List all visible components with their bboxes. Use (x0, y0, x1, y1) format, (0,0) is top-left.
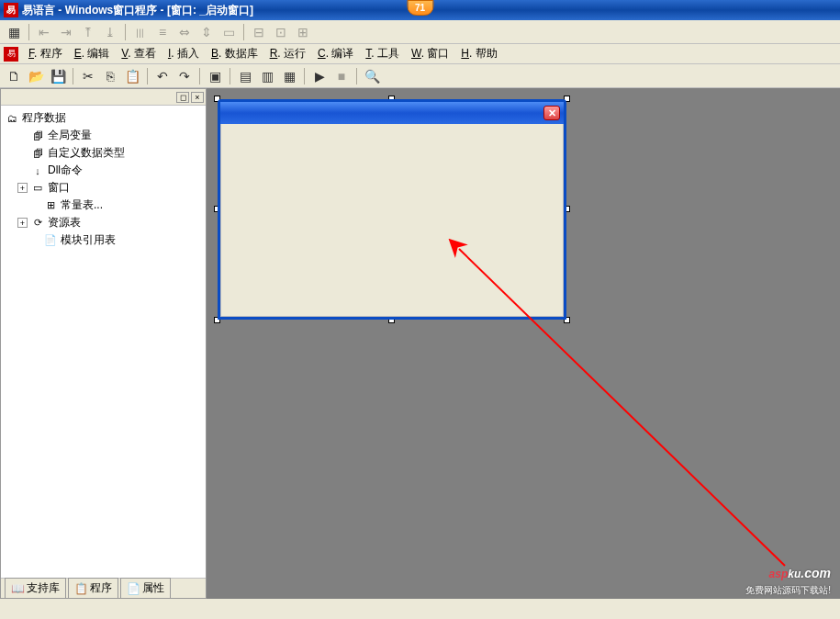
tree-label: 模块引用表 (61, 232, 116, 248)
sidebar-controls: ◻ × (1, 89, 206, 106)
copy-icon[interactable]: ⎘ (100, 66, 120, 86)
stop-icon[interactable]: ■ (331, 66, 352, 86)
tool-center-h-icon[interactable]: ⊟ (249, 22, 269, 42)
tool-distribute-h-icon[interactable]: ⫼ (130, 22, 151, 42)
tree-item[interactable]: ⊞ 常量表... (5, 197, 202, 214)
tree-item[interactable]: + ⟳ 资源表 (5, 214, 202, 231)
design-form-window[interactable]: ✕ (218, 99, 566, 320)
separator (125, 24, 126, 40)
datatypes-icon: 🗐 (30, 147, 45, 160)
menu-window[interactable]: W. 窗口 (406, 44, 454, 63)
menu-view[interactable]: V. 查看 (116, 44, 162, 63)
tool-grid-icon[interactable]: ▦ (4, 22, 24, 42)
menu-insert[interactable]: I. 插入 (162, 44, 205, 63)
tab-support[interactable]: 📖支持库 (5, 578, 66, 598)
form-titlebar: ✕ (220, 102, 564, 124)
redo-icon[interactable]: ↷ (174, 66, 195, 86)
tool-align-bottom-icon[interactable]: ⤓ (100, 22, 120, 42)
sidebar-tabs: 📖支持库 📋程序 📄属性 (1, 578, 206, 598)
new-file-icon[interactable]: 🗋 (4, 66, 24, 86)
tool-align-right-icon[interactable]: ⇥ (56, 22, 76, 42)
main-area: ◻ × 🗂 程序数据 🗐 全局变量 🗐 自定义数据类型 ↓ Dll命令 + (0, 88, 840, 599)
toolbar-row-2: 🗋 📂 💾 ✂ ⎘ 📋 ↶ ↷ ▣ ▤ ▥ ▦ ▶ ■ 🔍 (0, 64, 840, 88)
props-icon: 📄 (127, 582, 140, 595)
sidebar-pin-icon[interactable]: ◻ (176, 92, 189, 103)
sidebar-close-icon[interactable]: × (191, 92, 204, 103)
expander-icon[interactable]: + (17, 218, 28, 228)
separator (356, 68, 357, 84)
const-icon: ⊞ (43, 199, 58, 212)
tree-label: 常量表... (61, 197, 103, 213)
menu-compile[interactable]: C. 编译 (312, 44, 359, 63)
tool-same-height-icon[interactable]: ⇕ (196, 22, 217, 42)
tree-label: 自定义数据类型 (48, 145, 125, 161)
menu-app-icon: 易 (4, 47, 18, 62)
tool-distribute-v-icon[interactable]: ≡ (152, 22, 173, 42)
tool-center-v-icon[interactable]: ⊡ (271, 22, 291, 42)
sidebar: ◻ × 🗂 程序数据 🗐 全局变量 🗐 自定义数据类型 ↓ Dll命令 + (0, 88, 207, 599)
window-title: 易语言 - Windows窗口程序 - [窗口: _启动窗口] (22, 3, 253, 18)
tool-align-left-icon[interactable]: ⇤ (34, 22, 54, 42)
watermark-logo: aspku.com (745, 556, 831, 584)
tool-same-size-icon[interactable]: ▭ (218, 22, 239, 42)
tree-item[interactable]: ↓ Dll命令 (5, 162, 202, 179)
separator (304, 68, 305, 84)
tree-root-label: 程序数据 (22, 110, 66, 126)
form-body[interactable] (220, 124, 564, 317)
tree-item[interactable]: + ▭ 窗口 (5, 179, 202, 197)
tree-root-icon: 🗂 (5, 112, 19, 125)
watermark: aspku.com 免费网站源码下载站! (745, 556, 831, 597)
toolbar-row-1: ▦ ⇤ ⇥ ⤒ ⤓ ⫼ ≡ ⇔ ⇕ ▭ ⊟ ⊡ ⊞ (0, 20, 840, 44)
tree-label: Dll命令 (48, 163, 83, 178)
window-titlebar: 易 易语言 - Windows窗口程序 - [窗口: _启动窗口] 71 (0, 0, 840, 20)
menu-program[interactable]: F. 程序 (23, 44, 68, 63)
save-icon[interactable]: 💾 (48, 66, 68, 86)
open-file-icon[interactable]: 📂 (26, 66, 46, 86)
tool-lock-icon[interactable]: ⊞ (293, 22, 313, 42)
tree-label: 窗口 (48, 180, 70, 196)
project-tree[interactable]: 🗂 程序数据 🗐 全局变量 🗐 自定义数据类型 ↓ Dll命令 + ▭ 窗口 (1, 106, 206, 598)
tree-item[interactable]: 📄 模块引用表 (5, 231, 202, 249)
separator (73, 68, 73, 84)
window-layout3-icon[interactable]: ▦ (279, 66, 299, 86)
menu-help[interactable]: H. 帮助 (455, 44, 502, 63)
paste-icon[interactable]: 📋 (122, 66, 142, 86)
cut-icon[interactable]: ✂ (78, 66, 98, 86)
run-icon[interactable]: ▶ (309, 66, 330, 86)
globals-icon: 🗐 (30, 129, 45, 142)
menu-edit[interactable]: E. 编辑 (69, 44, 116, 63)
tree-label: 资源表 (48, 215, 81, 231)
separator (28, 24, 29, 40)
badge-count: 71 (407, 0, 433, 16)
tree-item[interactable]: 🗐 全局变量 (5, 127, 202, 144)
tree-root[interactable]: 🗂 程序数据 (5, 109, 202, 127)
menu-database[interactable]: B. 数据库 (206, 44, 263, 63)
separator (199, 68, 200, 84)
tool-same-width-icon[interactable]: ⇔ (174, 22, 195, 42)
design-canvas[interactable]: ✕ aspku.com 免费网站源码下载站! (207, 88, 840, 599)
find-icon[interactable]: 🔍 (362, 66, 382, 86)
tool-align-top-icon[interactable]: ⤒ (78, 22, 98, 42)
separator (147, 68, 148, 84)
form-designer[interactable]: ✕ (218, 99, 566, 320)
menubar: 易 F. 程序 E. 编辑 V. 查看 I. 插入 B. 数据库 R. 运行 C… (0, 44, 840, 64)
menu-tools[interactable]: T. 工具 (360, 44, 405, 63)
code-icon: 📋 (74, 582, 88, 595)
close-icon[interactable]: ✕ (543, 106, 560, 120)
dll-icon: ↓ (30, 164, 45, 177)
tab-program[interactable]: 📋程序 (68, 578, 118, 598)
window-layout2-icon[interactable]: ▥ (257, 66, 277, 86)
expander-icon[interactable]: + (17, 183, 28, 193)
tab-property[interactable]: 📄属性 (120, 578, 171, 598)
resources-icon: ⟳ (30, 217, 45, 230)
window-layout1-icon[interactable]: ▤ (235, 66, 255, 86)
book-icon: 📖 (11, 582, 25, 595)
separator (243, 24, 244, 40)
tree-label: 全局变量 (48, 128, 92, 143)
form-designer-icon[interactable]: ▣ (205, 66, 225, 86)
window-folder-icon: ▭ (30, 182, 45, 195)
undo-icon[interactable]: ↶ (152, 66, 173, 86)
tree-item[interactable]: 🗐 自定义数据类型 (5, 144, 202, 162)
watermark-subtitle: 免费网站源码下载站! (745, 584, 831, 597)
menu-run[interactable]: R. 运行 (264, 44, 311, 63)
